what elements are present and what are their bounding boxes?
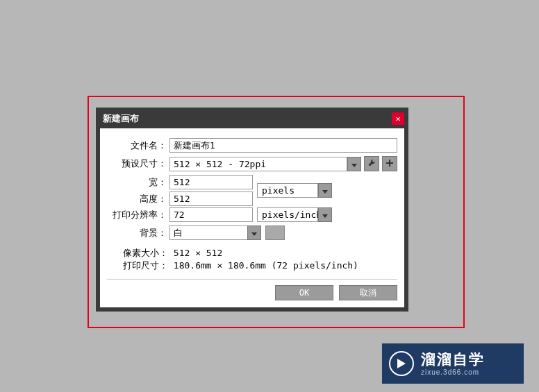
print-size-label: 打印尺寸： (122, 259, 168, 272)
watermark-text: 溜溜自学 zixue.3d66.com (421, 350, 485, 376)
dialog-titlebar: 新建画布 ✕ (100, 112, 404, 128)
print-size-value: 180.6mm × 180.6mm (72 pixels/inch) (174, 260, 358, 271)
resolution-unit-dropdown[interactable] (318, 207, 332, 222)
filename-label: 文件名： (107, 139, 169, 152)
button-row: OK 取消 (107, 285, 397, 300)
size-unit-display[interactable]: pixels (257, 183, 318, 198)
resolution-unit-display[interactable]: pixels/inch (257, 207, 318, 222)
preset-dropdown-button[interactable] (347, 157, 361, 171)
width-label: 宽： (107, 176, 169, 189)
divider (107, 279, 397, 280)
plus-icon (385, 159, 394, 169)
dialog-title: 新建画布 (103, 112, 139, 125)
ok-button[interactable]: OK (275, 285, 333, 300)
pixel-size-label: 像素大小： (122, 247, 168, 259)
dialog-body: 文件名： 预设尺寸： (100, 128, 404, 307)
background-color-swatch[interactable] (265, 225, 285, 240)
add-preset-button[interactable] (382, 156, 397, 171)
background-row: 背景： (107, 225, 397, 240)
new-canvas-dialog: 新建画布 ✕ 文件名： 预设尺寸： (96, 108, 408, 312)
height-row: 高度： (107, 191, 253, 206)
pixel-size-info: 像素大小： 512 × 512 (122, 247, 397, 259)
preset-row: 预设尺寸： (107, 156, 397, 171)
filename-input[interactable] (169, 138, 397, 153)
width-input[interactable] (169, 175, 253, 189)
chevron-down-icon (322, 210, 328, 220)
size-unit-dropdown[interactable] (318, 183, 332, 198)
preset-label: 预设尺寸： (107, 157, 169, 170)
play-logo-icon (389, 351, 414, 376)
resolution-row: 打印分辨率： pixels/inch (107, 207, 397, 222)
width-row: 宽： (107, 175, 253, 189)
print-size-info: 打印尺寸： 180.6mm × 180.6mm (72 pixels/inch) (122, 259, 397, 272)
watermark: 溜溜自学 zixue.3d66.com (382, 343, 524, 384)
background-input[interactable] (169, 225, 247, 240)
info-block: 像素大小： 512 × 512 打印尺寸： 180.6mm × 180.6mm … (122, 247, 397, 272)
watermark-sub: zixue.3d66.com (421, 368, 485, 377)
cancel-button[interactable]: 取消 (339, 285, 397, 300)
settings-button[interactable] (364, 156, 379, 171)
size-unit-wrap: pixels (257, 183, 332, 198)
resolution-label: 打印分辨率： (107, 209, 169, 221)
watermark-title: 溜溜自学 (421, 350, 485, 368)
wrench-icon (367, 159, 376, 169)
resolution-unit-wrap: pixels/inch (257, 207, 332, 222)
background-label: 背景： (107, 227, 169, 239)
filename-row: 文件名： (107, 138, 397, 153)
background-dropdown[interactable] (247, 225, 261, 240)
height-input[interactable] (169, 191, 253, 206)
close-icon: ✕ (395, 114, 400, 123)
resolution-input[interactable] (169, 207, 253, 222)
chevron-down-icon (251, 228, 257, 238)
chevron-down-icon (322, 185, 328, 196)
close-button[interactable]: ✕ (392, 112, 404, 125)
height-label: 高度： (107, 193, 169, 205)
pixel-size-value: 512 × 512 (174, 248, 222, 258)
dimensions-group: 宽： 高度： pixels (107, 175, 397, 206)
chevron-down-icon (351, 159, 357, 169)
preset-input[interactable] (169, 157, 347, 171)
